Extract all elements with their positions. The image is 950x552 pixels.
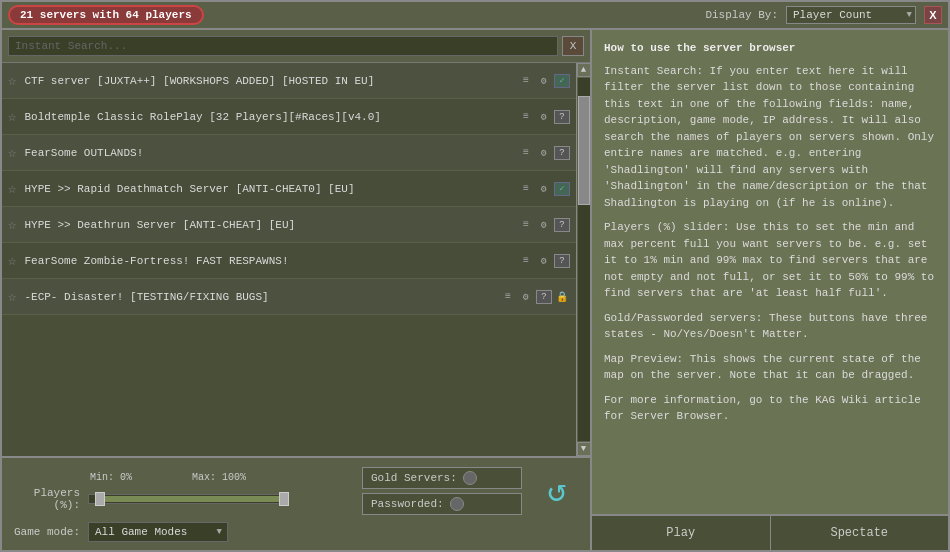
- scroll-track[interactable]: [578, 78, 590, 441]
- favorite-icon[interactable]: ☆: [8, 72, 16, 89]
- server-icons: ≡ ⚙ ?: [518, 254, 570, 268]
- table-row[interactable]: ☆ -ECP- Disaster! [TESTING/FIXING BUGS] …: [2, 279, 576, 315]
- list-icon: ≡: [500, 290, 516, 304]
- help-section-slider: Players (%) slider: Use this to set the …: [604, 219, 936, 302]
- server-icons: ≡ ⚙ ?: [518, 218, 570, 232]
- scrollbar[interactable]: ▲ ▼: [576, 63, 590, 456]
- table-row[interactable]: ☆ FearSome Zombie-Fortress! FAST RESPAWN…: [2, 243, 576, 279]
- lock-icon: 🔒: [554, 290, 570, 304]
- check-icon: ✓: [554, 182, 570, 196]
- server-list: ☆ CTF server [JUXTA++] [WORKSHOPS ADDED]…: [2, 63, 576, 456]
- table-row[interactable]: ☆ Boldtemple Classic RolePlay [32 Player…: [2, 99, 576, 135]
- help-wiki-text: For more information, go to the KAG Wiki…: [604, 394, 921, 423]
- table-row[interactable]: ☆ FearSome OUTLANDS! ≡ ⚙ ?: [2, 135, 576, 171]
- help-title: How to use the server browser: [604, 40, 936, 57]
- gear-icon: ⚙: [536, 218, 552, 232]
- gear-icon: ⚙: [536, 182, 552, 196]
- question-icon: ?: [554, 110, 570, 124]
- game-mode-dropdown[interactable]: All Game Modes CTF TDM Sandbox Zombie: [88, 522, 228, 542]
- search-input[interactable]: [8, 36, 558, 56]
- gold-toggle-indicator: [463, 471, 477, 485]
- right-panel: How to use the server browser Instant Se…: [592, 30, 948, 550]
- left-panel: X ☆ CTF server [JUXTA++] [WORKSHOPS ADDE…: [2, 30, 592, 550]
- gold-servers-button[interactable]: Gold Servers:: [362, 467, 522, 489]
- table-row[interactable]: ☆ HYPE >> Rapid Deathmatch Server [ANTI-…: [2, 171, 576, 207]
- gear-icon: ⚙: [536, 74, 552, 88]
- title-bar-right: Display By: Player Count Server Name Map…: [705, 6, 942, 24]
- check-icon: ✓: [554, 74, 570, 88]
- gear-icon: ⚙: [536, 110, 552, 124]
- help-slider-text: Players (%) slider: Use this to set the …: [604, 221, 934, 299]
- passworded-toggle-indicator: [450, 497, 464, 511]
- main-window: 21 servers with 64 players Display By: P…: [0, 0, 950, 552]
- slider-fill: [99, 496, 287, 502]
- slider-handle-left[interactable]: [95, 492, 105, 506]
- server-icons: ≡ ⚙ ?: [518, 146, 570, 160]
- close-button[interactable]: X: [924, 6, 942, 24]
- scroll-down-arrow[interactable]: ▼: [577, 442, 591, 456]
- help-section-wiki: For more information, go to the KAG Wiki…: [604, 392, 936, 425]
- favorite-icon[interactable]: ☆: [8, 216, 16, 233]
- game-mode-dropdown-wrap[interactable]: All Game Modes CTF TDM Sandbox Zombie: [88, 522, 228, 542]
- help-gold-text: Gold/Passworded servers: These buttons h…: [604, 312, 927, 341]
- favorite-icon[interactable]: ☆: [8, 108, 16, 125]
- list-icon: ≡: [518, 182, 534, 196]
- display-dropdown-wrap[interactable]: Player Count Server Name Map Name: [786, 6, 916, 24]
- spectate-button[interactable]: Spectate: [771, 516, 949, 550]
- gear-icon: ⚙: [536, 254, 552, 268]
- server-name: Boldtemple Classic RolePlay [32 Players]…: [24, 111, 518, 123]
- question-icon: ?: [554, 146, 570, 160]
- help-section-search: Instant Search: If you enter text here i…: [604, 63, 936, 212]
- refresh-icon: ↺: [547, 471, 566, 511]
- slider-section: Min: 0% Max: 100% Players (%):: [10, 472, 352, 511]
- passworded-label: Passworded:: [371, 498, 444, 510]
- play-button[interactable]: Play: [592, 516, 771, 550]
- favorite-icon[interactable]: ☆: [8, 288, 16, 305]
- list-icon: ≡: [518, 146, 534, 160]
- scroll-up-arrow[interactable]: ▲: [577, 63, 591, 77]
- display-by-dropdown[interactable]: Player Count Server Name Map Name: [786, 6, 916, 24]
- clear-search-button[interactable]: X: [562, 36, 584, 56]
- server-name: HYPE >> Rapid Deathmatch Server [ANTI-CH…: [24, 183, 518, 195]
- slider-labels: Min: 0% Max: 100%: [90, 472, 352, 483]
- players-label: Players (%):: [10, 487, 80, 511]
- bottom-top-row: Min: 0% Max: 100% Players (%):: [10, 466, 582, 516]
- slider-handle-right[interactable]: [279, 492, 289, 506]
- list-icon: ≡: [518, 74, 534, 88]
- game-mode-label: Game mode:: [10, 526, 80, 538]
- server-icons: ≡ ⚙ ✓: [518, 182, 570, 196]
- table-row[interactable]: ☆ CTF server [JUXTA++] [WORKSHOPS ADDED]…: [2, 63, 576, 99]
- list-icon: ≡: [518, 218, 534, 232]
- table-row[interactable]: ☆ HYPE >> Deathrun Server [ANTI-CHEAT] […: [2, 207, 576, 243]
- help-section-map: Map Preview: This shows the current stat…: [604, 351, 936, 384]
- title-bar: 21 servers with 64 players Display By: P…: [2, 2, 948, 30]
- favorite-icon[interactable]: ☆: [8, 180, 16, 197]
- display-by-label: Display By:: [705, 9, 778, 21]
- server-icons: ≡ ⚙ ✓: [518, 74, 570, 88]
- action-buttons: Play Spectate: [592, 514, 948, 550]
- favorite-icon[interactable]: ☆: [8, 144, 16, 161]
- favorite-icon[interactable]: ☆: [8, 252, 16, 269]
- refresh-button[interactable]: ↺: [532, 466, 582, 516]
- bottom-bottom-row: Game mode: All Game Modes CTF TDM Sandbo…: [10, 522, 582, 542]
- list-icon: ≡: [518, 254, 534, 268]
- question-icon: ?: [554, 218, 570, 232]
- server-name: FearSome Zombie-Fortress! FAST RESPAWNS!: [24, 255, 518, 267]
- help-search-text: Instant Search: If you enter text here i…: [604, 65, 934, 209]
- passworded-button[interactable]: Passworded:: [362, 493, 522, 515]
- list-icon: ≡: [518, 110, 534, 124]
- players-slider[interactable]: [88, 494, 288, 504]
- server-name: CTF server [JUXTA++] [WORKSHOPS ADDED] […: [24, 75, 518, 87]
- gold-password-section: Gold Servers: Passworded:: [362, 467, 522, 515]
- slider-row: Players (%):: [10, 487, 352, 511]
- server-name: -ECP- Disaster! [TESTING/FIXING BUGS]: [24, 291, 500, 303]
- scroll-thumb[interactable]: [578, 96, 590, 205]
- question-icon: ?: [536, 290, 552, 304]
- server-list-wrapper: ☆ CTF server [JUXTA++] [WORKSHOPS ADDED]…: [2, 63, 590, 456]
- server-name: HYPE >> Deathrun Server [ANTI-CHEAT] [EU…: [24, 219, 518, 231]
- server-name: FearSome OUTLANDS!: [24, 147, 518, 159]
- server-count-badge: 21 servers with 64 players: [8, 5, 204, 25]
- help-text: How to use the server browser Instant Se…: [592, 30, 948, 514]
- bottom-panel: Min: 0% Max: 100% Players (%):: [2, 456, 590, 550]
- gear-icon: ⚙: [536, 146, 552, 160]
